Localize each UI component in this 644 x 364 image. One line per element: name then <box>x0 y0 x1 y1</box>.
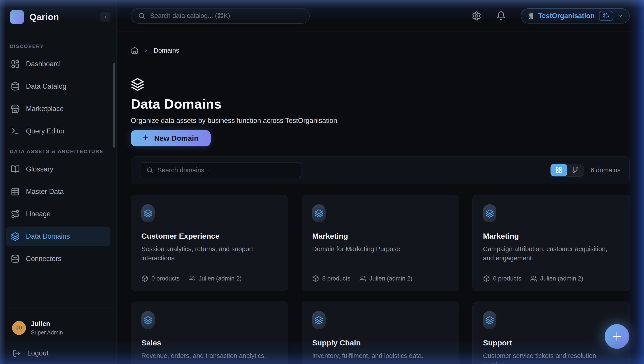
sidebar-item-label: Master Data <box>26 188 64 196</box>
sidebar-item-lineage[interactable]: Lineage <box>6 204 110 224</box>
search-icon <box>138 12 146 20</box>
products-count-label: 0 products <box>493 275 521 282</box>
sidebar-item-label: Connectors <box>26 255 62 263</box>
sidebar-item-marketplace[interactable]: Marketplace <box>6 99 110 119</box>
domain-description: Customer service tickets and resolution … <box>483 351 620 364</box>
domain-title: Customer Experience <box>141 232 278 240</box>
git-branch-icon <box>572 167 579 173</box>
products-count: 8 products <box>312 275 350 282</box>
terminal-icon <box>11 127 20 136</box>
products-count-label: 0 products <box>152 275 180 282</box>
qarion-logo <box>10 10 24 24</box>
grid-view-icon <box>556 167 562 173</box>
domain-card-sales[interactable]: SalesRevenue, orders, and transaction an… <box>131 302 288 364</box>
domain-owner: Julien (admin 2) <box>359 275 412 282</box>
global-search <box>131 8 310 24</box>
nav-section-label: DISCOVERY <box>6 43 110 49</box>
users-icon <box>530 275 537 282</box>
chevron-down-icon <box>617 13 624 19</box>
new-domain-button[interactable]: + New Domain <box>131 130 211 146</box>
chevron-left-icon <box>103 14 108 20</box>
sidebar-item-query-editor[interactable]: Query Editor <box>6 121 110 141</box>
page-title: Data Domains <box>131 96 630 112</box>
sidebar-scrollbar[interactable] <box>113 63 115 148</box>
domain-card-footer: 0 productsJulien (admin 2) <box>483 263 620 282</box>
domain-owner: Julien (admin 2) <box>188 275 242 282</box>
logout-button[interactable]: Logout <box>6 349 110 357</box>
database-icon <box>11 82 20 91</box>
layers-icon <box>131 77 144 91</box>
table-icon <box>11 187 20 196</box>
add-domain-fab[interactable] <box>605 324 629 349</box>
domain-tile <box>312 311 326 329</box>
divider <box>141 269 278 269</box>
settings-gear-icon[interactable] <box>472 11 482 21</box>
domain-card-supply-chain[interactable]: Supply ChainInventory, fulfilment, and l… <box>302 302 459 364</box>
sidebar-item-data-catalog[interactable]: Data Catalog <box>6 77 110 96</box>
sidebar-item-master-data[interactable]: Master Data <box>6 182 110 202</box>
topbar: TestOrganisation ⌘/ <box>116 0 644 32</box>
domain-title: Marketing <box>312 232 448 240</box>
domain-card-marketing[interactable]: MarketingDomain for Marketing Purpose8 p… <box>302 195 459 291</box>
user-profile: JU Julien Super Admin <box>6 320 110 336</box>
layers-icon <box>11 232 20 241</box>
view-toggle <box>550 164 584 177</box>
domain-card-footer: 8 productsJulien (admin 2) <box>312 263 448 282</box>
organisation-shortcut-badge: ⌘/ <box>599 11 613 21</box>
layers-icon <box>486 316 494 324</box>
layers-icon <box>314 209 323 218</box>
domain-tile <box>141 311 155 329</box>
products-count: 0 products <box>141 275 180 282</box>
users-icon <box>359 275 366 282</box>
grid-view-button[interactable] <box>550 164 567 176</box>
sidebar-item-label: Query Editor <box>26 127 65 135</box>
domain-owner-label: Julien (admin 2) <box>198 275 242 282</box>
sidebar-header: Qarion <box>0 0 116 30</box>
book-open-icon <box>11 165 20 174</box>
domain-tile <box>141 204 155 222</box>
organisation-switcher[interactable]: TestOrganisation ⌘/ <box>521 8 630 24</box>
sidebar-nav: DISCOVERYDashboardData CatalogMarketplac… <box>0 30 116 308</box>
breadcrumb-current: Domains <box>154 47 179 54</box>
sidebar-item-glossary[interactable]: Glossary <box>6 159 110 179</box>
logout-label: Logout <box>27 349 48 357</box>
domain-description: Session analytics, returns, and support … <box>141 244 278 263</box>
sidebar-item-label: Lineage <box>26 210 50 218</box>
route-icon <box>11 210 20 219</box>
main-area: TestOrganisation ⌘/ Domains Data Domains… <box>116 0 644 364</box>
sidebar-item-label: Glossary <box>26 165 53 173</box>
domain-search <box>140 162 302 178</box>
sidebar-item-dashboard[interactable]: Dashboard <box>6 54 110 74</box>
domain-grid: Customer ExperienceSession analytics, re… <box>131 195 630 364</box>
new-domain-label: New Domain <box>154 134 198 143</box>
products-count: 0 products <box>483 275 521 282</box>
home-icon[interactable] <box>131 47 138 54</box>
sidebar-item-connectors[interactable]: Connectors <box>6 249 110 269</box>
domain-card-marketing[interactable]: MarketingCampaign attribution, customer … <box>472 195 630 291</box>
domain-tile <box>312 204 326 222</box>
domain-tile <box>483 311 496 329</box>
global-search-input[interactable] <box>150 12 302 20</box>
domains-count: 6 domains <box>590 166 620 174</box>
layers-icon <box>144 209 152 218</box>
products-count-label: 8 products <box>322 275 350 282</box>
sidebar-item-label: Dashboard <box>26 60 60 68</box>
plus-icon: + <box>143 133 148 143</box>
user-name: Julien <box>31 320 63 327</box>
logout-icon <box>12 349 20 357</box>
domain-description: Campaign attribution, customer acquisiti… <box>483 244 620 263</box>
sidebar-item-data-domains[interactable]: Data Domains <box>6 227 110 246</box>
notifications-bell-icon[interactable] <box>496 11 506 21</box>
domain-owner-label: Julien (admin 2) <box>540 275 583 282</box>
domain-title: Support <box>483 338 620 347</box>
chevron-right-icon <box>143 48 149 53</box>
tree-view-button[interactable] <box>567 164 584 176</box>
domain-description: Domain for Marketing Purpose <box>312 244 448 254</box>
page-subtitle: Organize data assets by business functio… <box>131 117 630 125</box>
domain-search-input[interactable] <box>158 166 295 174</box>
domain-card-customer-experience[interactable]: Customer ExperienceSession analytics, re… <box>131 195 288 291</box>
package-icon <box>483 275 490 282</box>
sidebar-collapse-button[interactable] <box>100 12 110 22</box>
layers-icon <box>144 316 152 324</box>
sidebar: Qarion DISCOVERYDashboardData CatalogMar… <box>0 0 116 364</box>
